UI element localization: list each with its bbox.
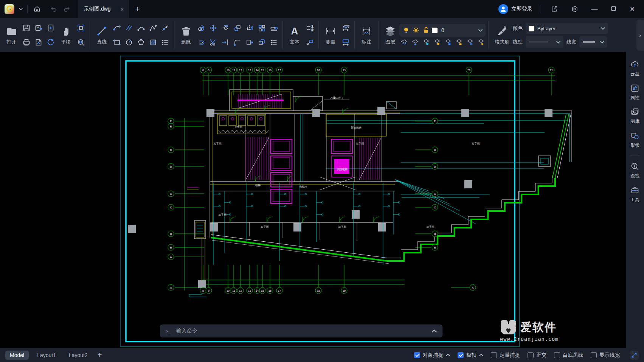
layer-tool-isolate[interactable] [411, 38, 419, 47]
layer-tool-bulb-yellow[interactable] [433, 38, 441, 47]
erase-button[interactable]: 删除 [177, 24, 195, 47]
zoom-window-button[interactable] [75, 36, 87, 49]
layer-tool-bulb-cyan[interactable] [422, 38, 430, 47]
toggle-show-lineweight[interactable]: 显示线宽 [591, 352, 620, 359]
toggle-object-snap[interactable]: 对象捕捉 [414, 352, 450, 359]
sidebar-item-cloud[interactable]: 云盘 [630, 60, 639, 77]
rotate-button[interactable] [219, 22, 231, 35]
layer-tool-unlock[interactable] [455, 38, 463, 47]
toolbar-expander[interactable]: › [636, 20, 644, 51]
divide-tool-button[interactable] [159, 22, 171, 35]
circle-tool-button[interactable] [123, 36, 135, 49]
line-tool-button[interactable]: 直线 [93, 24, 111, 47]
linetype-combo[interactable] [526, 36, 563, 48]
pan-button[interactable]: 平移 [57, 24, 75, 47]
array-button[interactable] [256, 22, 268, 35]
share-button[interactable] [548, 3, 561, 16]
login-button[interactable]: 立即登录 [498, 4, 532, 14]
settings-button[interactable] [568, 3, 581, 16]
close-button[interactable]: ✕ [627, 5, 638, 13]
toggle-ortho[interactable]: 正交 [528, 352, 546, 359]
arc-tool-button[interactable] [111, 22, 123, 35]
layers-button[interactable]: 图层 [381, 24, 399, 47]
open-button[interactable]: 打开 [2, 24, 20, 47]
sidebar-item-tools[interactable]: 工具 [630, 186, 639, 203]
toggle-white-background[interactable]: 白底黑线 [554, 352, 583, 359]
svg-text:C: C [170, 206, 172, 209]
numbered-list-button[interactable]: 12 [304, 22, 316, 35]
layer-tool-on[interactable] [400, 38, 408, 47]
polyline-tool-button[interactable] [147, 22, 159, 35]
document-tab[interactable]: 示例图.dwg × [78, 0, 129, 18]
tab-close-icon[interactable]: × [121, 6, 124, 12]
fillet-button[interactable] [231, 36, 244, 49]
hatch-tool-button[interactable] [147, 36, 159, 49]
trim-button[interactable] [207, 36, 219, 49]
drawing-canvas[interactable]: 8910111213141516171819202189101112131415… [0, 52, 626, 348]
toggle-polar[interactable]: 极轴 [458, 352, 483, 359]
chevron-up-icon[interactable] [479, 354, 483, 356]
home-button[interactable] [31, 3, 43, 16]
color-combo[interactable]: ByLayer [526, 23, 608, 34]
polygon-tool-button[interactable] [135, 36, 147, 49]
rectangle-tool-button[interactable] [111, 36, 123, 49]
block-button[interactable] [244, 36, 256, 49]
cad-drawing[interactable]: 8910111213141516171819202189101112131415… [0, 52, 626, 348]
text-tool-button[interactable]: A 文本 [286, 24, 304, 47]
zoom-fit-button[interactable] [75, 22, 87, 35]
new-tab-button[interactable]: + [135, 4, 140, 14]
group-button[interactable] [256, 36, 268, 49]
measure-dim-button[interactable] [340, 36, 352, 49]
new-file-button[interactable] [45, 22, 57, 35]
maximize-button[interactable] [608, 5, 619, 13]
minimize-button[interactable]: — [589, 5, 600, 13]
scale-button[interactable] [231, 22, 244, 35]
offset-button[interactable] [195, 36, 207, 49]
measure-area-button[interactable] [340, 22, 352, 35]
undo-button[interactable] [47, 3, 60, 16]
print-button[interactable] [20, 36, 33, 49]
redo-button[interactable] [60, 3, 73, 16]
extend-button[interactable] [219, 36, 231, 49]
sidebar-label: 云盘 [630, 71, 639, 77]
add-layout-button[interactable]: + [98, 351, 102, 359]
draw-more-button[interactable] [159, 36, 171, 49]
mirror-button[interactable] [244, 22, 256, 35]
layer-selector[interactable]: 0 [399, 24, 486, 37]
viewport-selection[interactable] [126, 61, 515, 342]
tab-model[interactable]: Model [5, 351, 29, 360]
app-logo-icon[interactable] [5, 4, 14, 14]
toggle-grid-snap[interactable]: 定量捕捉 [491, 352, 520, 359]
layer-tool-freeze[interactable] [466, 38, 474, 47]
tab-layout2[interactable]: Layout2 [64, 351, 92, 360]
copy-button[interactable] [195, 22, 207, 35]
sidebar-item-gallery[interactable]: 图库 [630, 107, 639, 125]
layer-tool-thaw[interactable] [477, 38, 485, 47]
leader-button[interactable] [304, 36, 316, 49]
gear-icon [571, 5, 579, 13]
sidebar-item-find[interactable]: 查找 [630, 162, 639, 179]
move-button[interactable] [207, 22, 219, 35]
layer-tool-lock[interactable] [444, 38, 452, 47]
command-input[interactable]: >_ 输入命令 [160, 325, 442, 337]
fullscreen-button[interactable] [630, 351, 639, 360]
chevron-up-icon[interactable] [446, 354, 450, 356]
align-button[interactable] [268, 22, 280, 35]
chevron-up-icon[interactable] [432, 329, 437, 332]
logo-menu-caret[interactable] [14, 3, 27, 16]
tab-layout1[interactable]: Layout1 [33, 351, 61, 360]
modify-more-button[interactable] [268, 36, 280, 49]
lineweight-combo[interactable] [579, 36, 607, 48]
refresh-button[interactable] [45, 36, 57, 49]
parallel-tool-button[interactable] [123, 22, 135, 35]
save-button[interactable] [20, 22, 33, 35]
dimension-button[interactable]: 标注 [357, 24, 376, 47]
sidebar-item-properties[interactable]: 属性 [630, 84, 639, 101]
curve-tool-button[interactable] [135, 22, 147, 35]
export-pdf-button[interactable] [33, 36, 45, 49]
properties-icon [630, 84, 639, 93]
format-painter-button[interactable]: 格式刷 [491, 24, 513, 47]
sidebar-item-shapes[interactable]: 形状 [630, 131, 639, 149]
measure-button[interactable]: 测量 [321, 24, 340, 47]
save-as-button[interactable] [33, 22, 45, 35]
